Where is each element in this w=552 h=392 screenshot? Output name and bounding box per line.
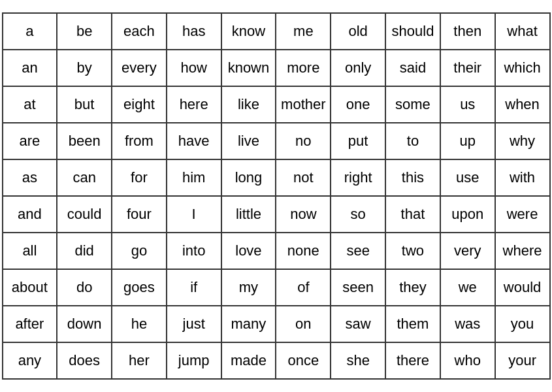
word-cell: us (440, 86, 495, 123)
word-cell: more (276, 50, 331, 86)
word-cell: any (3, 342, 57, 379)
word-cell: like (221, 86, 276, 123)
word-cell: are (3, 123, 57, 159)
word-cell: if (167, 269, 221, 306)
word-cell: where (495, 233, 550, 269)
word-cell: very (440, 233, 495, 269)
word-cell: as (3, 159, 57, 196)
word-cell: do (57, 269, 112, 306)
word-cell: for (112, 159, 167, 196)
word-cell: little (221, 196, 276, 233)
word-cell: why (495, 123, 550, 159)
word-cell: should (385, 13, 440, 50)
word-grid: abeeachhasknowmeoldshouldthenwhatanbyeve… (2, 12, 551, 380)
word-cell: go (112, 233, 167, 269)
word-cell: can (57, 159, 112, 196)
word-cell: no (276, 123, 331, 159)
word-cell: their (440, 50, 495, 86)
word-cell: many (221, 306, 276, 342)
word-cell: an (3, 50, 57, 86)
word-cell: seen (331, 269, 385, 306)
word-cell: he (112, 306, 167, 342)
word-cell: him (167, 159, 221, 196)
word-cell: old (331, 13, 385, 50)
word-cell: but (57, 86, 112, 123)
word-cell: who (440, 342, 495, 379)
word-cell: said (385, 50, 440, 86)
word-cell: use (440, 159, 495, 196)
word-cell: with (495, 159, 550, 196)
word-cell: my (221, 269, 276, 306)
word-cell: one (331, 86, 385, 123)
word-cell: did (57, 233, 112, 269)
word-cell: some (385, 86, 440, 123)
word-cell: down (57, 306, 112, 342)
word-cell: would (495, 269, 550, 306)
word-cell: to (385, 123, 440, 159)
word-cell: goes (112, 269, 167, 306)
word-cell: known (221, 50, 276, 86)
word-cell: there (385, 342, 440, 379)
word-cell: not (276, 159, 331, 196)
word-cell: she (331, 342, 385, 379)
word-cell: so (331, 196, 385, 233)
word-cell: live (221, 123, 276, 159)
word-cell: them (385, 306, 440, 342)
word-cell: how (167, 50, 221, 86)
word-cell: all (3, 233, 57, 269)
word-cell: just (167, 306, 221, 342)
word-cell: that (385, 196, 440, 233)
word-cell: by (57, 50, 112, 86)
word-cell: long (221, 159, 276, 196)
word-cell: what (495, 13, 550, 50)
word-cell: which (495, 50, 550, 86)
word-cell: four (112, 196, 167, 233)
word-cell: a (3, 13, 57, 50)
word-cell: once (276, 342, 331, 379)
word-cell: I (167, 196, 221, 233)
word-cell: saw (331, 306, 385, 342)
word-cell: after (3, 306, 57, 342)
word-cell: me (276, 13, 331, 50)
word-cell: be (57, 13, 112, 50)
word-cell: then (440, 13, 495, 50)
word-cell: eight (112, 86, 167, 123)
word-cell: only (331, 50, 385, 86)
word-cell: this (385, 159, 440, 196)
word-cell: have (167, 123, 221, 159)
word-cell: now (276, 196, 331, 233)
word-cell: when (495, 86, 550, 123)
word-cell: could (57, 196, 112, 233)
word-cell: none (276, 233, 331, 269)
word-cell: know (221, 13, 276, 50)
word-cell: here (167, 86, 221, 123)
word-cell: was (440, 306, 495, 342)
word-cell: jump (167, 342, 221, 379)
word-cell: does (57, 342, 112, 379)
word-cell: on (276, 306, 331, 342)
word-cell: two (385, 233, 440, 269)
word-cell: mother (276, 86, 331, 123)
word-cell: at (3, 86, 57, 123)
word-cell: about (3, 269, 57, 306)
word-cell: up (440, 123, 495, 159)
word-cell: put (331, 123, 385, 159)
word-cell: of (276, 269, 331, 306)
word-cell: right (331, 159, 385, 196)
word-cell: love (221, 233, 276, 269)
word-cell: see (331, 233, 385, 269)
word-cell: your (495, 342, 550, 379)
word-cell: from (112, 123, 167, 159)
word-cell: her (112, 342, 167, 379)
word-cell: they (385, 269, 440, 306)
word-cell: has (167, 13, 221, 50)
word-cell: every (112, 50, 167, 86)
word-cell: each (112, 13, 167, 50)
word-cell: been (57, 123, 112, 159)
word-cell: and (3, 196, 57, 233)
word-cell: upon (440, 196, 495, 233)
word-cell: you (495, 306, 550, 342)
word-cell: made (221, 342, 276, 379)
word-cell: were (495, 196, 550, 233)
word-cell: into (167, 233, 221, 269)
